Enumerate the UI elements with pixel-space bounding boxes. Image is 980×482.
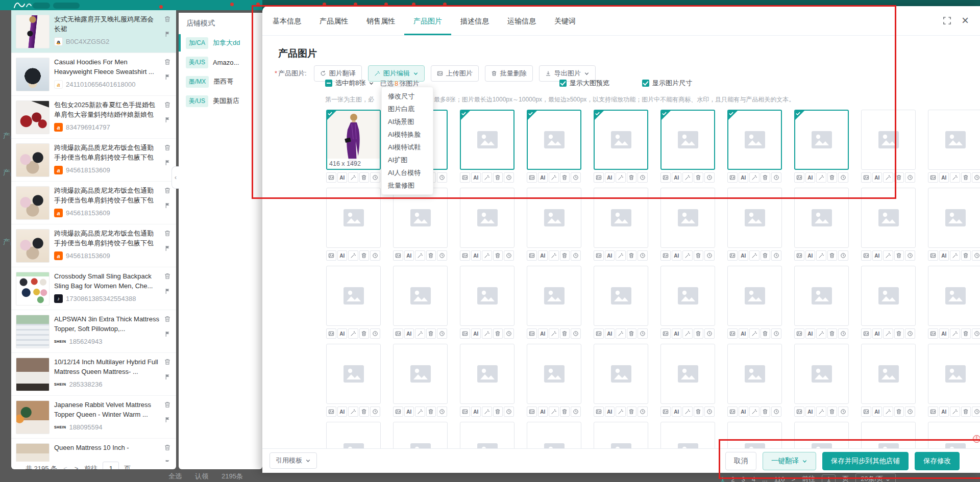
- image-card[interactable]: AI: [460, 344, 514, 404]
- card-action-ai[interactable]: AI: [337, 407, 348, 417]
- product-list-item[interactable]: Japanese Rabbit Velvet Mattress Topper Q…: [11, 396, 176, 439]
- image-card[interactable]: AI: [527, 422, 581, 448]
- image-card[interactable]: AI: [861, 422, 916, 448]
- image-card[interactable]: AI: [727, 110, 782, 170]
- card-action-upload-icon[interactable]: [861, 250, 871, 261]
- image-box[interactable]: [794, 266, 849, 326]
- card-action-ai[interactable]: AI: [337, 250, 348, 261]
- card-action-history-icon[interactable]: [370, 172, 380, 183]
- card-action-upload-icon[interactable]: [594, 250, 604, 261]
- save-sync-button[interactable]: 保存并同步到其他店铺: [822, 452, 909, 470]
- card-action-history-icon[interactable]: [704, 328, 715, 339]
- card-action-edit-icon[interactable]: [348, 328, 358, 339]
- image-box[interactable]: [460, 422, 514, 448]
- card-action-ai[interactable]: AI: [605, 328, 615, 339]
- card-action-ai[interactable]: AI: [872, 328, 883, 339]
- card-action-edit-icon[interactable]: [482, 172, 492, 183]
- use-template-button[interactable]: 引用模板: [270, 452, 317, 469]
- image-card[interactable]: AI: [928, 344, 980, 404]
- menu-item-批量修图[interactable]: 批量修图: [382, 179, 433, 192]
- flag-icon[interactable]: [164, 202, 171, 211]
- image-card[interactable]: AI: [794, 422, 849, 448]
- card-action-edit-icon[interactable]: [682, 172, 693, 183]
- card-action-delete-icon[interactable]: [560, 172, 570, 183]
- card-action-upload-icon[interactable]: [861, 328, 871, 339]
- trash-icon[interactable]: [164, 272, 171, 282]
- card-action-history-icon[interactable]: [437, 250, 447, 261]
- image-box[interactable]: [326, 344, 381, 404]
- page-input[interactable]: [103, 462, 119, 469]
- flag-icon[interactable]: [164, 373, 171, 383]
- card-action-upload-icon[interactable]: [393, 250, 403, 261]
- image-card[interactable]: 416 x 1492 AI: [326, 110, 381, 170]
- card-action-edit-icon[interactable]: [749, 172, 760, 183]
- card-action-delete-icon[interactable]: [359, 172, 370, 183]
- image-box[interactable]: [794, 110, 849, 170]
- product-list-item[interactable]: Queen Mattress 10 Inch -: [11, 439, 176, 462]
- trash-icon[interactable]: [164, 230, 171, 239]
- image-card[interactable]: AI: [727, 266, 782, 326]
- trash-icon[interactable]: [164, 15, 171, 25]
- card-action-delete-icon[interactable]: [694, 172, 704, 183]
- card-action-upload-icon[interactable]: [660, 407, 671, 417]
- card-action-delete-icon[interactable]: [627, 328, 637, 339]
- card-action-delete-icon[interactable]: [961, 172, 971, 183]
- card-action-edit-icon[interactable]: [348, 250, 358, 261]
- card-action-history-icon[interactable]: [638, 407, 648, 417]
- image-card[interactable]: AI: [861, 188, 916, 248]
- card-action-delete-icon[interactable]: [961, 250, 971, 261]
- card-action-ai[interactable]: AI: [471, 250, 481, 261]
- card-action-ai[interactable]: AI: [672, 328, 682, 339]
- card-action-edit-icon[interactable]: [482, 250, 492, 261]
- card-action-edit-icon[interactable]: [348, 407, 358, 417]
- card-action-history-icon[interactable]: [905, 250, 915, 261]
- store-item[interactable]: 美/US 美国新店: [179, 91, 262, 111]
- card-action-history-icon[interactable]: [504, 172, 514, 183]
- image-card[interactable]: AI: [460, 266, 514, 326]
- card-action-history-icon[interactable]: [771, 407, 781, 417]
- image-card[interactable]: AI: [727, 188, 782, 248]
- card-action-upload-icon[interactable]: [928, 250, 938, 261]
- image-card[interactable]: AI: [527, 344, 581, 404]
- image-card[interactable]: AI: [794, 188, 849, 248]
- image-card[interactable]: AI: [393, 266, 448, 326]
- card-action-ai[interactable]: AI: [739, 328, 749, 339]
- card-action-delete-icon[interactable]: [894, 250, 904, 261]
- card-action-upload-icon[interactable]: [794, 407, 804, 417]
- image-box[interactable]: [393, 188, 448, 248]
- card-action-upload-icon[interactable]: [594, 328, 604, 339]
- image-box[interactable]: [594, 344, 648, 404]
- image-box[interactable]: [861, 266, 916, 326]
- image-box[interactable]: [393, 344, 448, 404]
- card-action-edit-icon[interactable]: [482, 407, 492, 417]
- card-action-ai[interactable]: AI: [404, 407, 414, 417]
- image-box[interactable]: [527, 188, 581, 248]
- trash-icon[interactable]: [164, 144, 171, 154]
- card-action-ai[interactable]: AI: [805, 328, 816, 339]
- menu-item-AI模特试鞋[interactable]: AI模特试鞋: [382, 141, 433, 154]
- image-card[interactable]: AI: [861, 344, 916, 404]
- card-action-upload-icon[interactable]: [326, 172, 336, 183]
- image-box[interactable]: [393, 266, 448, 326]
- card-action-ai[interactable]: AI: [872, 407, 883, 417]
- prev-page-arrow[interactable]: <: [62, 465, 68, 469]
- card-action-delete-icon[interactable]: [560, 407, 570, 417]
- card-action-ai[interactable]: AI: [538, 172, 548, 183]
- card-action-upload-icon[interactable]: [527, 328, 537, 339]
- card-action-history-icon[interactable]: [638, 250, 648, 261]
- image-card[interactable]: AI: [326, 344, 381, 404]
- card-action-upload-icon[interactable]: [594, 172, 604, 183]
- image-box[interactable]: [794, 344, 849, 404]
- store-item[interactable]: 加/CA 加拿大dd: [179, 33, 262, 53]
- card-action-history-icon[interactable]: [571, 407, 581, 417]
- card-action-edit-icon[interactable]: [749, 250, 760, 261]
- card-action-delete-icon[interactable]: [627, 407, 637, 417]
- card-action-delete-icon[interactable]: [694, 250, 704, 261]
- store-item[interactable]: 美/US Amazo...: [179, 53, 262, 72]
- image-card[interactable]: AI: [594, 188, 648, 248]
- card-action-upload-icon[interactable]: [794, 172, 804, 183]
- menu-item-AI扩图[interactable]: AI扩图: [382, 154, 433, 166]
- card-action-edit-icon[interactable]: [883, 172, 893, 183]
- card-action-edit-icon[interactable]: [549, 172, 559, 183]
- card-action-ai[interactable]: AI: [939, 172, 949, 183]
